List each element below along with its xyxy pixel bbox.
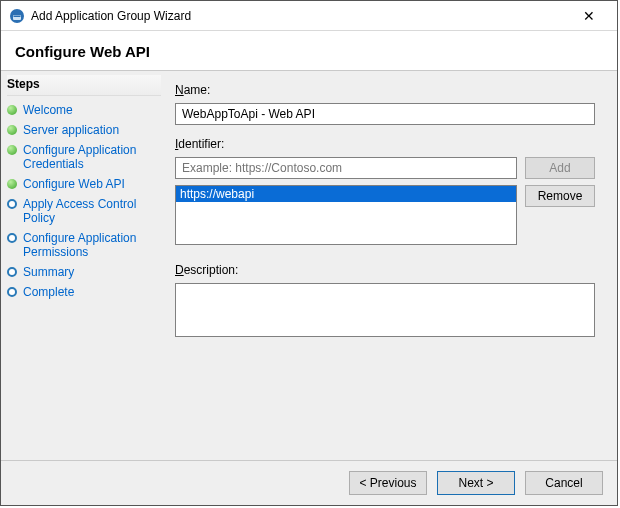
step-done-icon (7, 105, 17, 115)
step-label: Server application (23, 123, 159, 137)
sidebar-step[interactable]: Configure Application Credentials (7, 140, 161, 174)
sidebar-step[interactable]: Configure Web API (7, 174, 161, 194)
step-done-icon (7, 145, 17, 155)
sidebar-step[interactable]: Summary (7, 262, 161, 282)
identifier-list[interactable]: https://webapi (175, 185, 517, 245)
identifier-label: Identifier: (175, 137, 603, 151)
step-label: Apply Access Control Policy (23, 197, 159, 225)
page-title: Configure Web API (15, 43, 603, 60)
previous-button[interactable]: < Previous (349, 471, 427, 495)
sidebar-step[interactable]: Server application (7, 120, 161, 140)
step-label: Welcome (23, 103, 159, 117)
sidebar-step[interactable]: Complete (7, 282, 161, 302)
step-label: Configure Application Credentials (23, 143, 159, 171)
step-label: Configure Web API (23, 177, 159, 191)
wizard-footer: < Previous Next > Cancel (1, 460, 617, 505)
step-pending-icon (7, 233, 17, 243)
cancel-button[interactable]: Cancel (525, 471, 603, 495)
wizard-window: Add Application Group Wizard ✕ Configure… (0, 0, 618, 506)
step-pending-icon (7, 199, 17, 209)
window-title: Add Application Group Wizard (31, 9, 569, 23)
steps-list: WelcomeServer applicationConfigure Appli… (7, 100, 161, 302)
identifier-list-item[interactable]: https://webapi (176, 186, 516, 202)
page-header: Configure Web API (1, 31, 617, 71)
close-icon[interactable]: ✕ (569, 8, 609, 24)
step-label: Configure Application Permissions (23, 231, 159, 259)
step-label: Complete (23, 285, 159, 299)
add-button[interactable]: Add (525, 157, 595, 179)
titlebar: Add Application Group Wizard ✕ (1, 1, 617, 31)
step-done-icon (7, 179, 17, 189)
next-button[interactable]: Next > (437, 471, 515, 495)
description-input[interactable] (175, 283, 595, 337)
step-pending-icon (7, 287, 17, 297)
body-area: Steps WelcomeServer applicationConfigure… (1, 71, 617, 460)
remove-button[interactable]: Remove (525, 185, 595, 207)
sidebar-step[interactable]: Apply Access Control Policy (7, 194, 161, 228)
svg-rect-2 (14, 15, 21, 17)
step-label: Summary (23, 265, 159, 279)
sidebar-step[interactable]: Configure Application Permissions (7, 228, 161, 262)
description-label: Description: (175, 263, 603, 277)
form-area: Name: Identifier: Add https://webapi Rem… (161, 71, 617, 460)
steps-heading: Steps (7, 75, 161, 96)
app-icon (9, 8, 25, 24)
name-label: Name: (175, 83, 603, 97)
sidebar-step[interactable]: Welcome (7, 100, 161, 120)
name-input[interactable] (175, 103, 595, 125)
step-pending-icon (7, 267, 17, 277)
steps-sidebar: Steps WelcomeServer applicationConfigure… (1, 71, 161, 460)
step-done-icon (7, 125, 17, 135)
identifier-input[interactable] (175, 157, 517, 179)
